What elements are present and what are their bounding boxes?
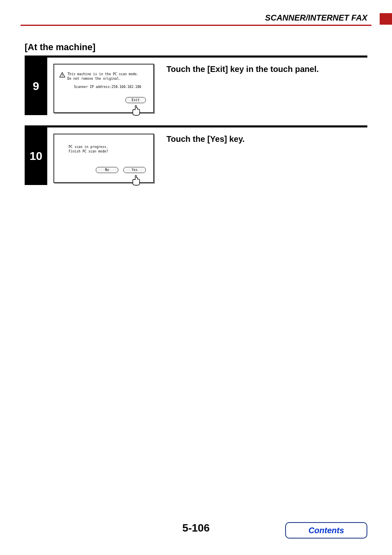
step-10-instruction: Touch the [Yes] key. xyxy=(166,134,365,183)
subtitle: [At the machine] xyxy=(25,42,95,53)
touch-finger-icon xyxy=(130,175,142,188)
screen2-line1: PC scan in progress. xyxy=(69,145,108,149)
svg-point-1 xyxy=(62,76,62,76)
step-9-wrap: 9 This machine is in the PC scan mode. D… xyxy=(25,56,367,115)
screen-line1: This machine is in the PC scan mode. xyxy=(67,72,138,76)
step-10-screen: PC scan in progress. Finish PC scan mode… xyxy=(53,134,154,183)
no-button[interactable]: No xyxy=(96,167,118,173)
yes-button[interactable]: Yes xyxy=(123,167,146,173)
screen-ip-line: Scanner IP address:250.160.102.106 xyxy=(74,85,141,89)
step-9-screen: This machine is in the PC scan mode. Do … xyxy=(53,64,154,113)
step-10-wrap: 10 PC scan in progress. Finish PC scan m… xyxy=(25,125,367,185)
screen-line2: Do not remove the original. xyxy=(67,77,121,81)
warning-icon xyxy=(59,72,65,80)
step-9-screen-text: This machine is in the PC scan mode. Do … xyxy=(67,72,138,81)
screen2-line2: Finish PC scan mode? xyxy=(69,150,108,153)
step-10-row: 10 PC scan in progress. Finish PC scan m… xyxy=(25,127,367,185)
exit-button[interactable]: Exit xyxy=(125,97,146,103)
step-number-10: 10 xyxy=(25,127,47,185)
step-10-content: PC scan in progress. Finish PC scan mode… xyxy=(47,127,367,185)
step-9-content: This machine is in the PC scan mode. Do … xyxy=(47,58,367,115)
steps-container: 9 This machine is in the PC scan mode. D… xyxy=(25,56,367,195)
touch-finger-icon xyxy=(130,105,142,118)
step-9-instruction: Touch the [Exit] key in the touch panel. xyxy=(166,64,365,113)
contents-button[interactable]: Contents xyxy=(285,522,367,539)
header-accent-bar xyxy=(380,13,392,25)
header-underline xyxy=(21,25,371,26)
page-number: 5-106 xyxy=(182,522,210,534)
step-9-row: 9 This machine is in the PC scan mode. D… xyxy=(25,58,367,115)
header-section-title: SCANNER/INTERNET FAX xyxy=(265,13,367,23)
step-10-screen-text: PC scan in progress. Finish PC scan mode… xyxy=(69,145,108,154)
step-number-9: 9 xyxy=(25,58,47,115)
